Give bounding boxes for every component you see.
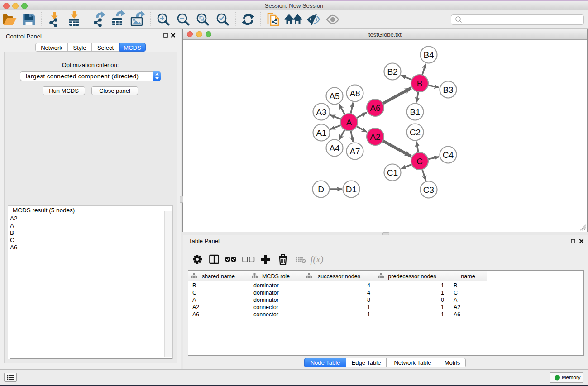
svg-text:C3: C3 <box>423 185 434 195</box>
svg-text:D1: D1 <box>346 185 357 194</box>
svg-text:A5: A5 <box>329 91 339 101</box>
svg-text:A1: A1 <box>316 128 326 138</box>
svg-text:B: B <box>417 79 423 88</box>
svg-text:B2: B2 <box>387 67 397 76</box>
svg-text:C4: C4 <box>443 150 454 160</box>
svg-text:A8: A8 <box>349 89 360 98</box>
svg-text:B1: B1 <box>410 107 420 117</box>
svg-text:C: C <box>416 157 423 166</box>
svg-text:A2: A2 <box>370 132 380 142</box>
svg-text:A: A <box>346 118 352 127</box>
svg-text:A4: A4 <box>329 143 340 153</box>
svg-text:B3: B3 <box>443 85 453 95</box>
svg-text:f(x): f(x) <box>310 254 323 265</box>
svg-text:A6: A6 <box>370 103 380 113</box>
svg-text:C2: C2 <box>410 128 421 137</box>
svg-text:D: D <box>318 185 324 194</box>
svg-text:A7: A7 <box>349 147 360 156</box>
svg-text:A3: A3 <box>316 107 326 117</box>
svg-text:C1: C1 <box>387 168 398 177</box>
svg-text:B4: B4 <box>423 50 434 60</box>
